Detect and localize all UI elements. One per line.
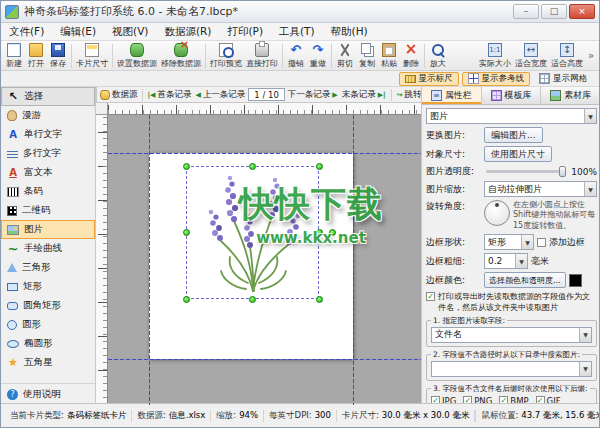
- selection-handle[interactable]: [249, 163, 256, 170]
- tool-rect[interactable]: 矩形: [1, 277, 95, 296]
- tool-select[interactable]: 选择: [1, 87, 95, 106]
- toolbar-fith-button[interactable]: 适合高度: [549, 42, 585, 70]
- toolbar-fitw-button[interactable]: 适合宽度: [513, 42, 549, 70]
- toolbar-new-button[interactable]: 新建: [3, 42, 25, 70]
- guide-line-vertical-right[interactable]: [353, 115, 354, 405]
- menu-item-5[interactable]: 工具(T): [271, 24, 323, 40]
- use-image-size-button[interactable]: 使用图片尺寸: [484, 146, 552, 162]
- border-shape-select[interactable]: 矩形▼: [484, 234, 534, 250]
- toolbar-print-button[interactable]: 直接打印: [244, 42, 280, 70]
- grid-icon: [539, 73, 550, 84]
- toggle-guides-button[interactable]: 显示参考线: [462, 72, 531, 86]
- image-field-select[interactable]: 文件名▼: [431, 327, 592, 343]
- selection-handle[interactable]: [183, 296, 190, 303]
- tool-image[interactable]: 图片: [1, 220, 95, 239]
- datasource-label[interactable]: 数据源: [112, 89, 138, 101]
- toolbar-undo-button[interactable]: 撤销: [285, 42, 307, 70]
- close-button[interactable]: ×: [569, 4, 595, 19]
- selection-handle[interactable]: [316, 229, 323, 236]
- tab-properties[interactable]: 属性栏: [422, 87, 482, 104]
- selection-box[interactable]: [186, 166, 319, 299]
- tool-richtext[interactable]: 富文本: [1, 163, 95, 182]
- toolbar-zoomin-button[interactable]: 放大: [427, 42, 449, 70]
- ellipse-icon: [7, 340, 19, 348]
- toolbar-paste-button[interactable]: 粘贴: [378, 42, 400, 70]
- toolbar-save-button[interactable]: 保存: [47, 42, 69, 70]
- slider-thumb[interactable]: [559, 166, 566, 177]
- menu-item-2[interactable]: 视图(V): [104, 24, 156, 40]
- edit-image-button[interactable]: 编辑图片...: [484, 127, 543, 143]
- goto-record-button[interactable]: ↪跳转到记录: [396, 89, 421, 101]
- tool-pan[interactable]: 漫游: [1, 106, 95, 125]
- toolbar-redo-button[interactable]: 重做: [307, 42, 329, 70]
- tool-star[interactable]: 五角星: [1, 353, 95, 372]
- toolbar-setds-button[interactable]: 设置数据源: [115, 42, 159, 70]
- minimize-button[interactable]: –: [513, 4, 539, 19]
- tool-roundrect[interactable]: 圆角矩形: [1, 296, 95, 315]
- toolbar-cut-button[interactable]: 剪切: [334, 42, 356, 70]
- menu-item-0[interactable]: 文件(F): [1, 24, 52, 40]
- tool-curve[interactable]: 手绘曲线: [1, 239, 95, 258]
- opacity-slider[interactable]: [486, 170, 566, 173]
- tool-triangle[interactable]: 三角形: [1, 258, 95, 277]
- rotate-handle[interactable]: [329, 229, 336, 236]
- status-bar: 当前卡片类型:条码标签纸卡片数据源:信息.xlsx缩放:94%每英寸DPI:30…: [1, 403, 599, 427]
- filename-option-checkbox[interactable]: [426, 292, 435, 301]
- toolbar-fitw-label: 适合宽度: [515, 58, 547, 69]
- menu-item-1[interactable]: 编辑(E): [52, 24, 104, 40]
- border-color-swatch[interactable]: [569, 274, 582, 287]
- next-record-button[interactable]: 下一条记录▶: [287, 89, 339, 101]
- toolbar-preview-button[interactable]: 打印预览: [208, 42, 244, 70]
- toolbar-copy-button[interactable]: 复制: [356, 42, 378, 70]
- search-directory-input[interactable]: ▼: [431, 361, 592, 377]
- tool-text-multi[interactable]: 多行文字: [1, 144, 95, 163]
- toolbar-actual-button[interactable]: 实际大小: [477, 42, 513, 70]
- toolbar-overflow-chevron[interactable]: »: [585, 50, 597, 61]
- rect-icon: [7, 283, 18, 291]
- toolbar-separator: [331, 44, 332, 68]
- toolbar-removeds-button[interactable]: 移除数据源: [159, 42, 203, 70]
- image-scale-select[interactable]: 自动拉伸图片▼: [484, 181, 597, 197]
- menu-item-4[interactable]: 打印(P): [219, 24, 271, 40]
- menu-item-6[interactable]: 帮助(H): [323, 24, 376, 40]
- add-border-checkbox[interactable]: [537, 238, 546, 247]
- prev-record-button[interactable]: ◀上一条记录: [194, 89, 246, 101]
- rotate-dial[interactable]: [484, 200, 510, 226]
- design-canvas[interactable]: 快快下载 www.kkx.net: [108, 115, 421, 405]
- tool-star-label: 五角星: [24, 356, 53, 369]
- maximize-button[interactable]: □: [541, 4, 567, 19]
- object-type-select[interactable]: 图片▼: [426, 108, 597, 124]
- toggle-ruler-button[interactable]: 显示标尺: [399, 72, 459, 86]
- guide-line-vertical-left[interactable]: [149, 115, 150, 405]
- zoom-fit-group: 实际大小适合宽度适合高度: [477, 42, 585, 70]
- selection-handle[interactable]: [249, 296, 256, 303]
- last-record-button[interactable]: 末条记录▶|: [341, 89, 387, 101]
- toggle-grid-button[interactable]: 显示网格: [533, 72, 593, 86]
- selection-handle[interactable]: [316, 163, 323, 170]
- tool-text-single[interactable]: 单行文字: [1, 125, 95, 144]
- selection-handle[interactable]: [316, 296, 323, 303]
- border-width-select[interactable]: 0.2▼: [484, 253, 528, 269]
- tool-circle[interactable]: 圆形: [1, 315, 95, 334]
- vertical-ruler[interactable]: [96, 115, 108, 405]
- border-color-button[interactable]: 选择颜色和透明度...: [484, 272, 566, 288]
- toolbar-open-button[interactable]: 打开: [25, 42, 47, 70]
- status-cardtype[interactable]: 当前卡片类型:条码标签纸卡片: [5, 410, 132, 422]
- tool-barcode[interactable]: 条码: [1, 182, 95, 201]
- tab-templates[interactable]: 模板库: [482, 87, 542, 104]
- guide-line-horizontal-top[interactable]: [108, 153, 421, 154]
- horizontal-ruler[interactable]: [108, 103, 421, 115]
- first-record-button[interactable]: |◀首条记录: [147, 89, 193, 101]
- tool-ellipse[interactable]: 椭圆形: [1, 334, 95, 353]
- toolbar-cardsize-button[interactable]: 卡片尺寸: [74, 42, 110, 70]
- tool-qrcode[interactable]: 二维码: [1, 201, 95, 220]
- toolbar-delete-button[interactable]: 删除: [400, 42, 422, 70]
- tool-text-single-label: 单行文字: [24, 128, 62, 141]
- menu-item-3[interactable]: 数据源(R): [156, 24, 219, 40]
- tab-assets[interactable]: 素材库: [541, 87, 600, 104]
- selection-handle[interactable]: [183, 163, 190, 170]
- guide-line-horizontal-bottom[interactable]: [108, 359, 421, 360]
- help-button[interactable]: 使用说明: [1, 383, 95, 401]
- properties-icon: [431, 90, 442, 101]
- selection-handle[interactable]: [183, 229, 190, 236]
